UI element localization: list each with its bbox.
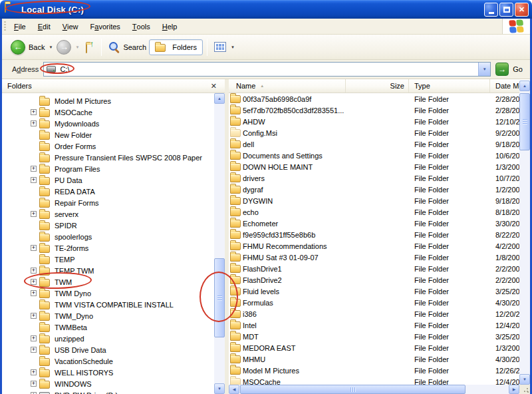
tree-item[interactable]: + Mydownloads [2, 118, 214, 129]
file-row[interactable]: AHDW File Folder 12/10/2 [229, 116, 519, 127]
file-name[interactable]: MHMU [243, 355, 346, 363]
tree-item[interactable]: + TEMP TWM [2, 265, 214, 276]
file-row[interactable]: MHMU File Folder 4/30/20 [229, 353, 519, 365]
file-row[interactable]: Formulas File Folder 4/30/20 [229, 297, 519, 308]
menu-item[interactable]: View [57, 19, 84, 34]
list-hscrollbar-thumb[interactable] [240, 385, 466, 394]
file-name[interactable]: 5ef7db702fb850cd3df283551... [243, 106, 346, 114]
maximize-button[interactable] [499, 3, 513, 17]
file-row[interactable]: Intel File Folder 12/4/20 [229, 319, 519, 331]
tree-item-label[interactable]: TE-2forms [53, 244, 90, 253]
file-row[interactable]: 5ef7db702fb850cd3df283551... File Folder… [229, 104, 519, 116]
file-row[interactable]: f9e959cfd31ff55e8b6b File Folder 8/22/20 [229, 229, 519, 240]
file-name[interactable]: AHDW [243, 118, 346, 126]
tree-item-label[interactable]: USB Drive Data [53, 345, 108, 355]
file-name[interactable]: Documents and Settings [243, 152, 346, 160]
tree-item[interactable]: + PU Data [2, 174, 214, 186]
tree-item[interactable]: + SPIDR [2, 220, 214, 231]
tree-item-label[interactable]: MSOCache [53, 108, 94, 117]
expand-plus-icon[interactable]: + [31, 245, 37, 251]
menu-item[interactable]: Help [156, 19, 184, 34]
tree-item-label[interactable]: New Folder [53, 130, 93, 140]
file-row[interactable]: FlashDrive2 File Folder 2/2/200 [229, 274, 519, 286]
file-row[interactable]: drivers File Folder 10/7/20 [229, 172, 519, 184]
tree-item[interactable]: + New Folder [2, 129, 214, 140]
menu-item[interactable]: Edit [32, 19, 57, 34]
file-name[interactable]: Config.Msi [243, 129, 346, 137]
file-name[interactable]: Fluid levels [243, 288, 346, 296]
go-button[interactable]: → [495, 63, 509, 76]
tree-item-label[interactable]: WINDOWS [53, 379, 93, 389]
file-row[interactable]: i386 File Folder 12/20/2 [229, 308, 519, 319]
tree-item-label[interactable]: unzipped [53, 334, 86, 343]
file-row[interactable]: DOWN HOLE MAINT File Folder 1/3/200 [229, 161, 519, 172]
tree-item[interactable]: + REDA DATA [2, 186, 214, 197]
menu-item[interactable]: File [8, 19, 32, 34]
tree-item-label[interactable]: spoolerlogs [53, 232, 93, 242]
tree-item-label[interactable]: Mydownloads [53, 119, 100, 128]
file-name[interactable]: MSOCache [243, 378, 346, 385]
tree-item[interactable]: + serverx [2, 208, 214, 220]
tree-item-label[interactable]: TWM_Dyno [53, 311, 94, 321]
menu-item[interactable]: Favorites [84, 19, 126, 34]
file-name[interactable]: echo [243, 208, 346, 216]
expand-plus-icon[interactable]: + [31, 268, 37, 274]
back-dropdown-icon[interactable]: ▼ [49, 45, 53, 49]
tree-item[interactable]: + DVD-RW Drive (D:) [2, 389, 214, 394]
file-name[interactable]: MDT [243, 333, 346, 341]
tree-scroll-down-button[interactable]: ▼ [214, 383, 225, 394]
tree-item-label[interactable]: DVD-RW Drive (D:) [53, 391, 119, 394]
file-name[interactable]: dell [243, 140, 346, 148]
tree-item-label[interactable]: TWM [53, 278, 73, 287]
tree-item[interactable]: + Pressure Transient Files SWPSC 2008 Pa… [2, 152, 214, 163]
tree-item-label[interactable]: serverx [53, 210, 80, 219]
tree-item[interactable]: + Model M Pictures [2, 95, 214, 106]
tree-item[interactable]: + MSOCache [2, 106, 214, 118]
file-row[interactable]: Fluid levels File Folder 3/25/20 [229, 286, 519, 297]
menu-item[interactable]: Tools [126, 19, 156, 34]
tree-item-label[interactable]: WELL HISTORYS [53, 368, 114, 377]
file-name[interactable]: FHMU Sat #3 01-09-07 [243, 254, 346, 262]
tree-item-label[interactable]: SPIDR [53, 221, 78, 230]
file-row[interactable]: 00f3a75ab6998c0a9f File Folder 2/28/20 [229, 93, 519, 104]
file-name[interactable]: i386 [243, 310, 346, 318]
list-scroll-left-button[interactable]: ◀ [229, 385, 239, 394]
address-input[interactable]: C:\ ▼ [43, 62, 491, 77]
expand-plus-icon[interactable]: + [31, 177, 37, 183]
tree-item[interactable]: + TWM_Dyno [2, 310, 214, 321]
tree-item[interactable]: + Order Forms [2, 140, 214, 152]
file-name[interactable]: DOWN HOLE MAINT [243, 163, 346, 171]
tree-item-label[interactable]: TWM Dyno [53, 289, 92, 298]
file-row[interactable]: echo File Folder 8/18/20 [229, 206, 519, 218]
tree-item-label[interactable]: PU Data [53, 176, 84, 185]
tree-item[interactable]: + Repair Forms [2, 197, 214, 208]
expand-plus-icon[interactable]: + [31, 120, 37, 126]
file-row[interactable]: dygraf File Folder 1/2/200 [229, 184, 519, 195]
tree-item[interactable]: + unzipped [2, 333, 214, 344]
tree-item[interactable]: + TWMBeta [2, 321, 214, 333]
file-row[interactable]: FHMU Sat #3 01-09-07 File Folder 1/8/200 [229, 252, 519, 263]
up-button[interactable]: ↑ [86, 42, 90, 53]
expand-plus-icon[interactable]: + [31, 313, 37, 319]
tree-item[interactable]: + USB Drive Data [2, 344, 214, 355]
tree-item-label[interactable]: TWMBeta [53, 323, 88, 332]
file-row[interactable]: MSOCache File Folder 12/4/20 [229, 376, 519, 385]
tree-scroll-up-button[interactable]: ▲ [214, 93, 225, 104]
resize-grip[interactable] [519, 385, 530, 394]
column-header-date[interactable]: Date Modified [490, 79, 519, 93]
tree-scrollbar[interactable]: ▲ ▼ [214, 93, 225, 394]
expand-plus-icon[interactable]: + [31, 166, 37, 172]
file-row[interactable]: MDT File Folder 3/25/20 [229, 331, 519, 342]
column-header-size[interactable]: Size [346, 79, 409, 93]
file-name[interactable]: MEDORA EAST [243, 344, 346, 352]
file-row[interactable]: FlashDrive1 File Folder 2/2/200 [229, 263, 519, 274]
file-row[interactable]: Echometer File Folder 3/30/20 [229, 218, 519, 229]
search-button[interactable]: Search [106, 39, 149, 55]
list-scrollbar-thumb[interactable] [519, 93, 530, 150]
file-row[interactable]: Documents and Settings File Folder 10/6/… [229, 150, 519, 161]
tree-item-label[interactable]: Pressure Transient Files SWPSC 2008 Pape… [53, 153, 203, 162]
minimize-button[interactable] [484, 3, 498, 17]
back-button[interactable]: ← Back [8, 38, 47, 57]
tree-item[interactable]: + VacationSchedule [2, 355, 214, 367]
tree-item-label[interactable]: Program Files [53, 164, 101, 174]
